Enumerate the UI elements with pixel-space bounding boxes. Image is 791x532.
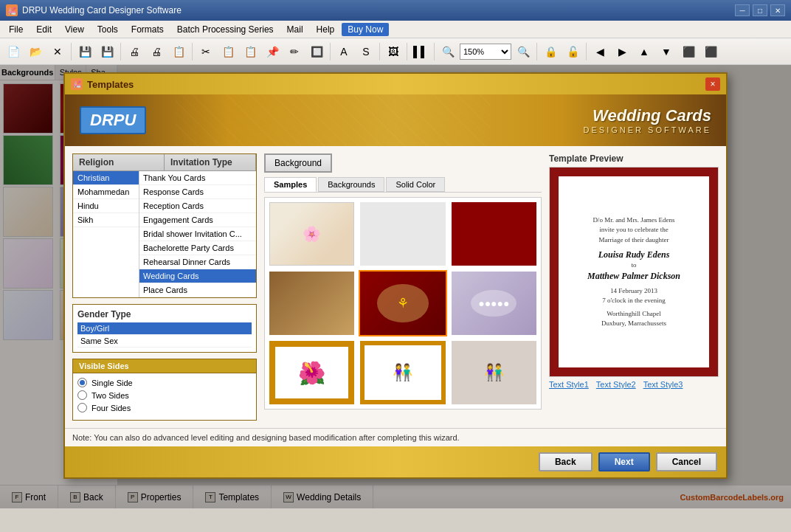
radio-single[interactable]: [77, 378, 87, 387]
side-four[interactable]: Four Sides: [77, 403, 252, 412]
side-two[interactable]: Two Sides: [77, 390, 252, 400]
ri-header: Religion Invitation Type: [73, 154, 256, 171]
toolbar-b5[interactable]: 📌: [262, 41, 283, 62]
banner-title: Wedding Cards DESIGNER SOFTWARE: [584, 106, 711, 134]
template-8[interactable]: 👫: [359, 339, 446, 406]
back-button[interactable]: Back: [539, 452, 593, 471]
toolbar-unlock[interactable]: 🔓: [562, 41, 583, 62]
sep4: [330, 43, 331, 61]
toolbar-save[interactable]: 💾: [75, 41, 95, 62]
preview-time: 7 o'clock in the evening: [602, 296, 666, 306]
religion-mohammedan[interactable]: Mohammedan: [73, 185, 139, 199]
toolbar-paste[interactable]: 📋: [240, 41, 260, 62]
text-style-2[interactable]: Text Style2: [596, 380, 636, 389]
app-icon: 💒: [6, 4, 18, 16]
radio-two[interactable]: [77, 390, 87, 400]
toolbar: 📄 📂 ✕ 💾 💾 🖨 🖨 📋 ✂ 📋 📋 📌 ✏ 🔲 A S 🖼 ▌▌ 🔍 1…: [0, 38, 791, 65]
template-9[interactable]: 👫: [450, 339, 538, 406]
tab-backgrounds[interactable]: Backgrounds: [318, 177, 384, 192]
toolbar-back[interactable]: ◀: [590, 41, 610, 62]
preview-line-3: Marriage of their daughter: [598, 235, 669, 246]
toolbar-print3[interactable]: 📋: [168, 41, 189, 62]
template-3[interactable]: [450, 201, 538, 267]
toolbar-copy[interactable]: 📋: [218, 41, 238, 62]
religion-hindu[interactable]: Hindu: [73, 199, 139, 213]
inv-engagement[interactable]: Engagement Cards: [139, 213, 256, 227]
toolbar-close[interactable]: ✕: [47, 41, 68, 62]
toolbar-lock[interactable]: 🔒: [540, 41, 561, 62]
toolbar-forward[interactable]: ▶: [612, 41, 632, 62]
toolbar-print[interactable]: 🖨: [124, 41, 145, 62]
menu-tools[interactable]: Tools: [91, 23, 124, 36]
template-5[interactable]: ⚘: [359, 270, 446, 336]
preview-date: 14 February 2013: [610, 286, 657, 297]
drpu-logo: DRPU: [80, 106, 146, 134]
preview-box: D/o Mr. and Mrs. James Edens invite you …: [549, 167, 719, 377]
toolbar-b7[interactable]: 🔲: [306, 41, 327, 62]
text-style-1[interactable]: Text Style1: [549, 380, 589, 389]
religion-christian[interactable]: Christian: [73, 171, 139, 185]
preview-label: Template Preview: [549, 153, 719, 164]
template-4[interactable]: [268, 270, 356, 336]
inv-response[interactable]: Response Cards: [139, 185, 256, 199]
menu-view[interactable]: View: [59, 23, 90, 36]
menu-buy[interactable]: Buy Now: [342, 23, 389, 36]
inv-thankyou[interactable]: Thank You Cards: [139, 171, 256, 185]
toolbar-barcode[interactable]: ▌▌: [410, 41, 431, 62]
minimize-button[interactable]: ─: [735, 4, 750, 16]
maximize-button[interactable]: □: [753, 4, 767, 16]
close-button[interactable]: ✕: [770, 4, 785, 16]
toolbar-image[interactable]: 🖼: [383, 41, 404, 62]
inv-bridal[interactable]: Bridal shower Invitation C...: [139, 227, 256, 241]
toolbar-saveas[interactable]: 💾: [97, 41, 117, 62]
dialog-banner: DRPU Wedding Cards DESIGNER SOFTWARE: [65, 94, 726, 146]
template-6[interactable]: ●●●●●: [450, 270, 538, 336]
title-bar-controls[interactable]: ─ □ ✕: [735, 4, 785, 16]
toolbar-b9[interactable]: ⬛: [678, 41, 699, 62]
menu-formats[interactable]: Formats: [125, 23, 170, 36]
toolbar-down[interactable]: ▼: [656, 41, 677, 62]
menu-batch[interactable]: Batch Processing Series: [171, 23, 280, 36]
ri-body: Christian Mohammedan Hindu Sikh Thank Yo…: [73, 171, 256, 297]
toolbar-b10[interactable]: ⬛: [700, 41, 721, 62]
inv-reception[interactable]: Reception Cards: [139, 199, 256, 213]
menu-file[interactable]: File: [3, 23, 29, 36]
toolbar-zoomout[interactable]: 🔍: [513, 41, 533, 62]
zoom-select[interactable]: 150% 100% 75% 50%: [460, 44, 511, 60]
template-2[interactable]: [359, 201, 446, 267]
menu-edit[interactable]: Edit: [30, 23, 58, 36]
radio-four[interactable]: [77, 403, 87, 412]
inv-wedding[interactable]: Wedding Cards: [139, 269, 256, 283]
sep7: [434, 43, 435, 61]
text-style-3[interactable]: Text Style3: [643, 380, 683, 389]
toolbar-zoomin[interactable]: 🔍: [438, 41, 458, 62]
side-single[interactable]: Single Side: [77, 378, 252, 387]
background-tab-btn[interactable]: Background: [264, 153, 332, 173]
toolbar-cut[interactable]: ✂: [196, 41, 216, 62]
next-button[interactable]: Next: [598, 452, 650, 471]
toolbar-b8[interactable]: S: [356, 41, 376, 62]
inv-bachelorette[interactable]: Bachelorette Party Cards: [139, 241, 256, 255]
gender-boygirl[interactable]: Boy/Girl: [77, 322, 252, 335]
dialog-close-button[interactable]: ×: [705, 77, 720, 91]
religion-sikh[interactable]: Sikh: [73, 213, 139, 227]
toolbar-print2[interactable]: 🖨: [146, 41, 167, 62]
tab-samples[interactable]: Samples: [264, 177, 317, 192]
cancel-button[interactable]: Cancel: [656, 452, 717, 471]
template-7[interactable]: 🌺: [268, 339, 356, 406]
toolbar-text[interactable]: A: [334, 41, 354, 62]
side-two-label: Two Sides: [91, 391, 129, 400]
toolbar-new[interactable]: 📄: [3, 41, 24, 62]
toolbar-b6[interactable]: ✏: [284, 41, 305, 62]
inv-place[interactable]: Place Cards: [139, 283, 256, 297]
inv-rehearsal[interactable]: Rehearsal Dinner Cards: [139, 255, 256, 269]
gender-samesex[interactable]: Same Sex: [77, 335, 252, 348]
gender-label: Gender Type: [77, 309, 252, 319]
toolbar-open[interactable]: 📂: [25, 41, 46, 62]
visible-sides-section: Visible Sides Single Side Two Sides: [72, 359, 257, 421]
menu-help[interactable]: Help: [311, 23, 341, 36]
template-1[interactable]: 🌸: [268, 201, 356, 267]
menu-mail[interactable]: Mail: [281, 23, 309, 36]
toolbar-up[interactable]: ▲: [634, 41, 654, 62]
tab-solid-color[interactable]: Solid Color: [386, 177, 445, 192]
